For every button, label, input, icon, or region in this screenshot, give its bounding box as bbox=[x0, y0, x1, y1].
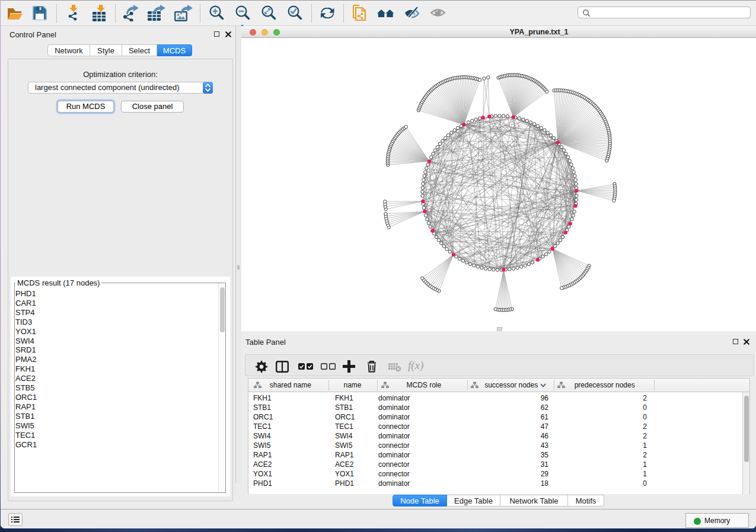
svg-text:f(x): f(x) bbox=[408, 360, 423, 372]
